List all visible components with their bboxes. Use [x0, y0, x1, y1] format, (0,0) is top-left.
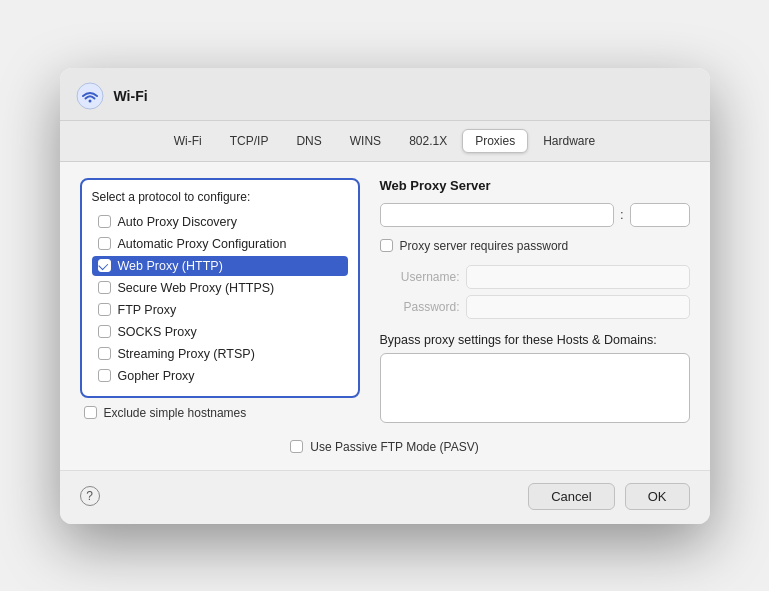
checkbox-secure-web-proxy[interactable]: [98, 281, 111, 294]
protocol-item-socks-proxy[interactable]: SOCKS Proxy: [92, 322, 348, 342]
protocol-label-auto-proxy-config: Automatic Proxy Configuration: [118, 237, 287, 251]
checkbox-requires-password[interactable]: [380, 239, 393, 252]
exclude-label: Exclude simple hostnames: [104, 406, 247, 420]
tab-wins[interactable]: WINS: [337, 129, 394, 153]
checkbox-auto-proxy-config[interactable]: [98, 237, 111, 250]
server-row: :: [380, 203, 690, 227]
tab-proxies[interactable]: Proxies: [462, 129, 528, 153]
checkbox-ftp-proxy[interactable]: [98, 303, 111, 316]
password-row-label: Proxy server requires password: [400, 239, 569, 253]
protocol-label-streaming-proxy: Streaming Proxy (RTSP): [118, 347, 255, 361]
title-bar: Wi-Fi: [60, 68, 710, 121]
web-proxy-server-title: Web Proxy Server: [380, 178, 690, 193]
window-title: Wi-Fi: [114, 88, 148, 104]
protocol-item-ftp-proxy[interactable]: FTP Proxy: [92, 300, 348, 320]
tab-hardware[interactable]: Hardware: [530, 129, 608, 153]
bypass-title: Bypass proxy settings for these Hosts & …: [380, 333, 690, 347]
username-input[interactable]: [466, 265, 690, 289]
right-panel: Web Proxy Server : Proxy server requires…: [380, 178, 690, 426]
protocol-box-title: Select a protocol to configure:: [92, 190, 348, 204]
password-input[interactable]: [466, 295, 690, 319]
checkbox-web-proxy-http[interactable]: [98, 259, 111, 272]
checkbox-passive-ftp[interactable]: [290, 440, 303, 453]
button-row: ? Cancel OK: [60, 470, 710, 524]
protocol-item-auto-proxy-config[interactable]: Automatic Proxy Configuration: [92, 234, 348, 254]
tab-8021x[interactable]: 802.1X: [396, 129, 460, 153]
protocol-item-gopher-proxy[interactable]: Gopher Proxy: [92, 366, 348, 386]
tab-wifi[interactable]: Wi-Fi: [161, 129, 215, 153]
password-label: Password:: [380, 300, 460, 314]
tab-tcpip[interactable]: TCP/IP: [217, 129, 282, 153]
checkbox-streaming-proxy[interactable]: [98, 347, 111, 360]
ok-button[interactable]: OK: [625, 483, 690, 510]
password-row[interactable]: Proxy server requires password: [380, 239, 690, 253]
passive-label: Use Passive FTP Mode (PASV): [310, 440, 478, 454]
username-row: Username:: [380, 265, 690, 289]
protocol-label-ftp-proxy: FTP Proxy: [118, 303, 177, 317]
left-panel: Select a protocol to configure: Auto Pro…: [80, 178, 360, 426]
colon-separator: :: [620, 207, 624, 222]
help-button[interactable]: ?: [80, 486, 100, 506]
bypass-section: Bypass proxy settings for these Hosts & …: [380, 333, 690, 426]
tab-dns[interactable]: DNS: [283, 129, 334, 153]
protocol-box: Select a protocol to configure: Auto Pro…: [80, 178, 360, 398]
protocol-label-socks-proxy: SOCKS Proxy: [118, 325, 197, 339]
protocol-label-gopher-proxy: Gopher Proxy: [118, 369, 195, 383]
protocol-item-web-proxy-http[interactable]: Web Proxy (HTTP): [92, 256, 348, 276]
protocol-label-secure-web-proxy: Secure Web Proxy (HTTPS): [118, 281, 275, 295]
protocol-item-secure-web-proxy[interactable]: Secure Web Proxy (HTTPS): [92, 278, 348, 298]
checkbox-socks-proxy[interactable]: [98, 325, 111, 338]
server-input[interactable]: [380, 203, 614, 227]
port-input[interactable]: [630, 203, 690, 227]
protocol-list: Auto Proxy Discovery Automatic Proxy Con…: [92, 212, 348, 386]
protocol-item-auto-proxy-discovery[interactable]: Auto Proxy Discovery: [92, 212, 348, 232]
bypass-input[interactable]: [380, 353, 690, 423]
checkbox-auto-proxy-discovery[interactable]: [98, 215, 111, 228]
main-layout: Select a protocol to configure: Auto Pro…: [80, 178, 690, 426]
svg-point-1: [88, 99, 91, 102]
main-window: Wi-Fi Wi-Fi TCP/IP DNS WINS 802.1X Proxi…: [60, 68, 710, 524]
protocol-label-web-proxy-http: Web Proxy (HTTP): [118, 259, 223, 273]
username-label: Username:: [380, 270, 460, 284]
wifi-icon: [76, 82, 104, 110]
protocol-item-streaming-proxy[interactable]: Streaming Proxy (RTSP): [92, 344, 348, 364]
action-buttons: Cancel OK: [528, 483, 689, 510]
protocol-label-auto-proxy-discovery: Auto Proxy Discovery: [118, 215, 237, 229]
exclude-row[interactable]: Exclude simple hostnames: [80, 406, 360, 420]
checkbox-gopher-proxy[interactable]: [98, 369, 111, 382]
checkbox-exclude-hostnames[interactable]: [84, 406, 97, 419]
content-area: Select a protocol to configure: Auto Pro…: [60, 162, 710, 470]
passive-row[interactable]: Use Passive FTP Mode (PASV): [80, 440, 690, 454]
cancel-button[interactable]: Cancel: [528, 483, 614, 510]
password-field-row: Password:: [380, 295, 690, 319]
tab-bar: Wi-Fi TCP/IP DNS WINS 802.1X Proxies Har…: [60, 121, 710, 162]
